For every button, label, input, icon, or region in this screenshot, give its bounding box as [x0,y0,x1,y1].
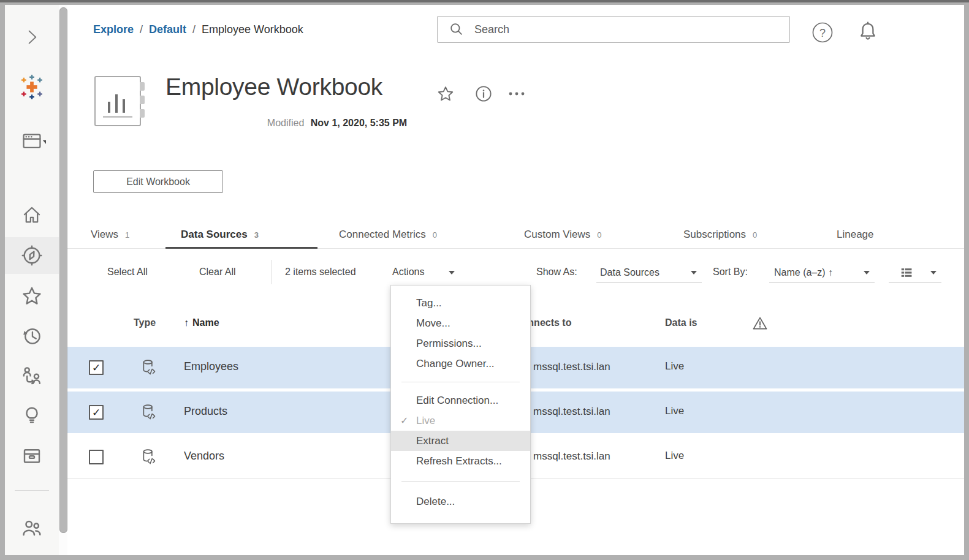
home-icon [21,205,42,225]
column-header-type[interactable]: Type [134,317,156,328]
sidebar-item-explore[interactable] [5,237,59,274]
search-bar[interactable] [437,16,790,43]
menu-item-label: Live [416,415,435,427]
bell-icon [857,21,879,43]
sidebar-divider [15,490,49,491]
warning-triangle-icon [751,315,769,332]
menu-divider [401,481,520,482]
tab-count: 3 [254,230,259,240]
recents-clock-icon [21,325,43,347]
actions-caret-icon [449,271,455,274]
sort-by-dropdown[interactable]: Name (a–z) ↑ [769,263,875,282]
tab-count: 0 [753,230,757,240]
favorite-star-button[interactable] [436,85,455,103]
menu-item-refresh-extracts[interactable]: Refresh Extracts... [391,451,530,471]
menu-item-extract[interactable]: Extract [391,431,530,451]
workbook-thumbnail-icon [94,76,141,126]
explore-compass-icon [21,244,43,267]
tab-label: Lineage [837,229,874,241]
data-source-name[interactable]: Employees [184,360,238,373]
data-is-value: Live [665,360,684,373]
active-tab-underline [165,247,317,249]
toolbar-divider [272,260,272,284]
tab-lineage[interactable]: Lineage [837,229,874,241]
menu-item-delete[interactable]: Delete... [391,491,530,512]
data-source-name[interactable]: Vendors [184,450,224,463]
sort-by-label: Sort By: [713,267,748,278]
sidebar-expand-button[interactable] [5,18,59,55]
ellipsis-icon [507,89,526,98]
checkmark-icon: ✓ [92,361,101,374]
workbook-info-button[interactable] [474,85,493,103]
row-checkbox-unchecked[interactable] [89,450,104,464]
sidebar-item-home[interactable] [5,197,59,233]
svg-text:?: ? [819,27,826,39]
connects-to-value: mssql.test.tsi.lan [533,406,610,418]
sidebar-item-tableau-home[interactable] [5,69,59,105]
breadcrumb-link-explore[interactable]: Explore [93,23,134,36]
sidebar-item-shared-with-me[interactable] [5,358,59,395]
breadcrumb-separator: / [140,23,143,36]
data-source-name[interactable]: Products [184,405,227,418]
info-icon [474,85,493,103]
selection-status: 2 items selected [285,267,356,278]
show-as-value: Data Sources [600,267,659,278]
sidebar-item-recents[interactable] [5,317,59,354]
row-checkbox-checked[interactable]: ✓ [89,360,104,375]
data-source-type-icon [140,358,158,377]
content-window-icon [21,131,42,152]
row-checkbox-checked[interactable]: ✓ [89,405,104,420]
show-as-label: Show As: [536,267,577,278]
data-is-value: Live [665,405,684,417]
menu-item-change-owner[interactable]: Change Owner... [391,354,530,374]
column-header-name[interactable]: ↑Name [184,317,219,328]
menu-item-permissions[interactable]: Permissions... [391,333,530,354]
tableau-logo [19,74,45,100]
tab-connected-metrics[interactable]: Connected Metrics 0 [339,229,437,241]
column-header-name-label: Name [192,317,219,328]
sort-by-value: Name (a–z) ↑ [774,267,833,278]
sidebar-item-users[interactable] [5,510,59,547]
shared-with-me-icon [21,365,43,387]
column-header-warnings[interactable] [751,315,769,332]
column-header-data-is[interactable]: Data is [665,317,697,328]
sidebar-item-favorites[interactable] [5,278,59,314]
modified-value: Nov 1, 2020, 5:35 PM [311,118,407,128]
sidebar-item-content-switcher[interactable] [5,123,59,160]
tab-subscriptions[interactable]: Subscriptions 0 [683,229,757,241]
breadcrumb-current: Employee Workbook [202,23,303,36]
favorites-star-icon [21,285,43,307]
tab-label: Data Sources [181,229,248,241]
tableau-app-window: Explore / Default / Employee Workbook ? … [5,5,964,555]
view-mode-caret-icon [930,271,937,274]
recommendations-bulb-icon [21,404,43,426]
tab-label: Views [91,229,118,241]
view-mode-dropdown[interactable] [889,263,941,282]
menu-item-move[interactable]: Move... [391,313,530,333]
select-all-button[interactable]: Select All [107,267,148,278]
expand-chevron-icon [23,28,41,46]
search-input[interactable] [473,23,745,37]
workbook-more-actions-button[interactable] [507,89,526,108]
tab-count: 1 [125,230,129,240]
breadcrumb: Explore / Default / Employee Workbook [93,23,303,36]
tab-views[interactable]: Views 1 [91,229,129,241]
edit-workbook-button[interactable]: Edit Workbook [93,170,223,193]
actions-dropdown-button[interactable]: Actions [392,267,424,278]
help-button[interactable]: ? [811,21,834,44]
sidebar-item-recommendations[interactable] [5,397,59,434]
show-as-dropdown[interactable]: Data Sources [596,263,702,282]
breadcrumb-link-default[interactable]: Default [149,23,186,36]
tab-data-sources[interactable]: Data Sources 3 [181,229,259,241]
clear-all-button[interactable]: Clear All [199,267,236,278]
sidebar-scrollbar-thumb[interactable] [59,7,67,533]
menu-item-tag[interactable]: Tag... [391,293,530,313]
left-sidebar [5,5,59,555]
data-is-value: Live [665,450,684,462]
menu-item-edit-connection[interactable]: Edit Connection... [391,390,530,411]
content-switcher-caret-icon [43,140,46,144]
tab-custom-views[interactable]: Custom Views 0 [524,229,602,241]
notifications-button[interactable] [857,21,879,43]
tab-count: 0 [433,230,437,240]
sidebar-item-collections[interactable] [5,437,59,474]
